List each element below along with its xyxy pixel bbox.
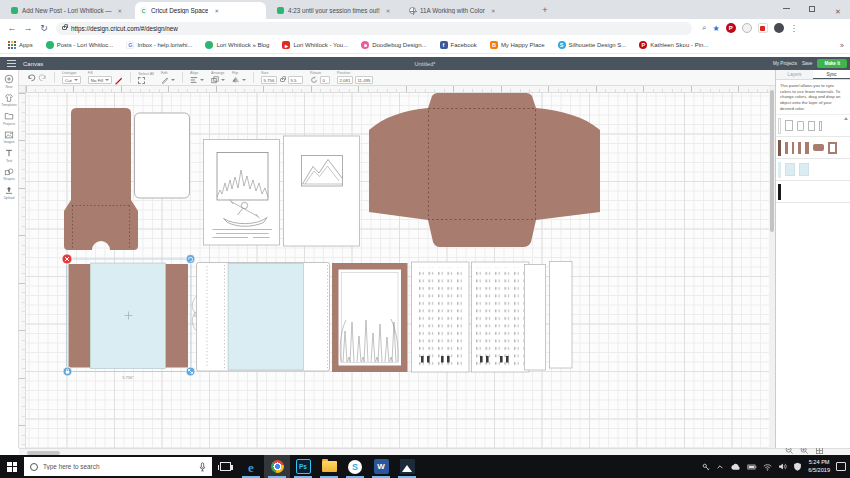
my-projects-button[interactable]: My Projects <box>773 61 797 66</box>
scrollbar-thumb[interactable] <box>770 90 774 232</box>
bookmark-item[interactable]: Lori Whitlock » Blog <box>205 41 269 49</box>
grass-frame-card-shape[interactable] <box>332 263 408 372</box>
size-control[interactable]: Size 5.756 5.5 <box>261 71 303 84</box>
pdf-extension-icon[interactable] <box>758 23 768 33</box>
kayak-card-shape[interactable] <box>204 140 280 246</box>
strip-shape[interactable] <box>525 265 546 371</box>
canvas-menu-label[interactable]: Canvas <box>23 61 43 67</box>
wifi-icon[interactable] <box>763 463 772 471</box>
sidebar-item-shapes[interactable]: Shapes <box>3 167 15 182</box>
new-tab-button[interactable]: + <box>538 3 552 17</box>
strip-shape[interactable] <box>550 262 573 369</box>
sidebar-item-new[interactable]: New <box>4 74 14 89</box>
layer-thumbnail[interactable] <box>828 142 837 154</box>
mountain-card-shape[interactable] <box>284 136 360 246</box>
zoom-page-icon[interactable]: ⌕ <box>702 23 706 33</box>
forward-icon[interactable]: → <box>20 23 36 33</box>
sync-row-black[interactable] <box>776 181 850 203</box>
undo-icon[interactable] <box>27 73 36 82</box>
sync-row-brown[interactable] <box>776 137 850 159</box>
action-center-icon[interactable] <box>836 462 846 471</box>
volume-icon[interactable] <box>778 462 787 471</box>
lock-handle[interactable] <box>63 367 72 376</box>
position-control[interactable]: Position 2.081 11.495 <box>337 71 373 84</box>
make-it-button[interactable]: Make It <box>817 59 847 68</box>
position-y-field[interactable]: 11.495 <box>355 76 373 84</box>
photos-app[interactable] <box>394 455 420 478</box>
back-icon[interactable]: ← <box>4 23 20 33</box>
bookmarks-overflow-icon[interactable]: » <box>840 42 844 49</box>
rotate-handle[interactable] <box>186 255 195 264</box>
sync-row-blue[interactable] <box>776 159 850 181</box>
layer-thumbnail[interactable] <box>819 121 822 131</box>
secure-lock-icon[interactable] <box>62 26 67 30</box>
window-maximize-button[interactable] <box>802 0 822 17</box>
layer-thumbnail[interactable] <box>797 121 804 131</box>
close-tab-icon[interactable]: ✕ <box>214 8 219 14</box>
sidebar-item-text[interactable]: Text <box>4 148 14 163</box>
hidden-icons-chevron[interactable] <box>716 463 724 471</box>
omnibox[interactable]: https://design.cricut.com/#/design/new <box>56 22 692 35</box>
bookmark-item[interactable]: My Happy Place <box>490 41 545 49</box>
bookmark-item[interactable]: Facebook <box>440 41 477 49</box>
sync-row-white[interactable] <box>776 115 850 137</box>
color-chip-white[interactable] <box>778 118 781 134</box>
fill-control[interactable]: Fill No Fill <box>88 71 123 85</box>
word-app[interactable] <box>368 455 394 478</box>
redo-icon[interactable] <box>38 73 47 82</box>
tab-sync[interactable]: Sync <box>813 70 850 79</box>
window-minimize-button[interactable] <box>776 0 796 17</box>
sidebar-item-templates[interactable]: Templates <box>1 93 16 108</box>
align-control[interactable]: Align <box>190 71 204 84</box>
pen-pairing-icon[interactable] <box>702 463 710 471</box>
reload-icon[interactable]: ↻ <box>36 23 52 33</box>
edge-app[interactable] <box>238 455 264 478</box>
close-tab-icon[interactable]: ✕ <box>118 8 123 14</box>
flip-control[interactable]: Flip <box>232 71 246 84</box>
tab-cricut-design-space[interactable]: Cricut Design Space ✕ <box>135 2 266 19</box>
taskbar-search[interactable] <box>24 457 212 476</box>
chrome-app[interactable] <box>264 455 290 478</box>
envelope-template-shape[interactable] <box>369 93 600 247</box>
horizontal-scrollbar-thumb[interactable] <box>27 451 60 455</box>
hamburger-menu-icon[interactable] <box>7 60 16 67</box>
apps-shortcut[interactable]: Apps <box>8 41 33 49</box>
battery-icon[interactable] <box>747 463 757 471</box>
bookmark-item[interactable]: Inbox - help.loriwhi... <box>126 41 192 49</box>
rotate-control[interactable]: Rotate 0 <box>310 71 330 84</box>
bookmark-item[interactable]: Silhouette Design S... <box>558 41 627 49</box>
onedrive-cloud-icon[interactable] <box>730 463 741 471</box>
color-chip-black[interactable] <box>778 184 781 200</box>
bookmark-star-icon[interactable]: ★ <box>712 24 719 33</box>
search-input[interactable] <box>43 463 194 470</box>
close-tab-icon[interactable]: ✕ <box>491 8 496 14</box>
layer-thumbnail[interactable] <box>813 144 824 151</box>
size-height-field[interactable]: 5.5 <box>288 76 303 84</box>
profile-avatar[interactable] <box>774 23 784 33</box>
save-button[interactable]: Save <box>802 61 812 66</box>
microphone-icon[interactable] <box>199 462 206 472</box>
delete-handle[interactable] <box>62 254 72 264</box>
tab-layers[interactable]: Layers <box>776 70 813 79</box>
bookmark-item[interactable]: Lori Whitlock - You... <box>282 41 348 49</box>
task-view-button[interactable] <box>212 455 238 478</box>
layer-thumbnail[interactable] <box>785 142 788 154</box>
dotted-card-shape[interactable] <box>472 262 530 372</box>
color-chip-blue[interactable] <box>778 162 781 178</box>
layer-thumbnail[interactable] <box>785 120 793 131</box>
browser-menu-icon[interactable]: ⋮ <box>790 24 798 33</box>
bookmark-item[interactable]: Posts - Lori Whitloc... <box>46 41 114 49</box>
pen-tool-icon[interactable] <box>114 76 123 85</box>
start-button[interactable] <box>0 455 24 478</box>
sidebar-item-images[interactable]: Images <box>3 130 14 145</box>
window-close-button[interactable] <box>828 0 848 17</box>
layer-thumbnail[interactable] <box>785 163 795 176</box>
defender-shield-icon[interactable] <box>793 462 802 471</box>
pinterest-extension-icon[interactable] <box>726 23 736 33</box>
sidebar-item-upload[interactable]: Upload <box>4 185 15 200</box>
layer-thumbnail[interactable] <box>798 142 801 154</box>
silhouette-app[interactable] <box>342 455 368 478</box>
file-explorer-app[interactable] <box>316 455 342 478</box>
size-width-field[interactable]: 5.756 <box>261 76 277 84</box>
extension-icon[interactable] <box>742 23 752 33</box>
